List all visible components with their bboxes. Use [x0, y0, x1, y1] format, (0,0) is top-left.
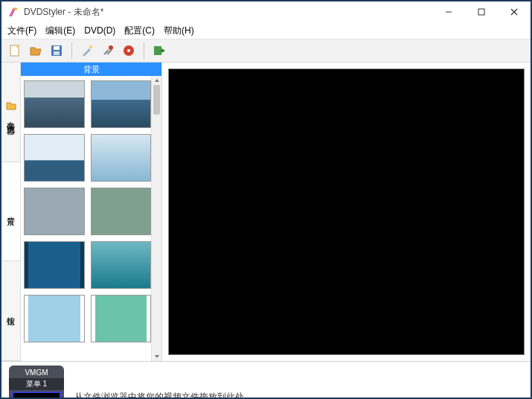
maximize-button[interactable] [465, 1, 498, 22]
background-thumbnail[interactable] [24, 295, 85, 342]
vmgm-title: VMGM [12, 368, 61, 377]
menu-dvd[interactable]: DVD(D) [84, 25, 115, 36]
close-button[interactable] [498, 1, 531, 22]
tab-file-browser[interactable]: 文件浏览器 [1, 63, 20, 162]
background-thumbnail[interactable] [24, 134, 85, 182]
background-thumbnail[interactable] [91, 295, 152, 342]
background-thumbnail[interactable] [24, 241, 85, 289]
save-button[interactable] [48, 42, 65, 60]
vmgm-menu-thumbnail[interactable] [12, 392, 61, 399]
vmgm-menu-label: 菜单 1 [9, 378, 64, 390]
settings-button[interactable] [99, 42, 117, 60]
background-thumbnail[interactable] [24, 80, 85, 128]
menu-file[interactable]: 文件(F) [7, 25, 36, 37]
run-button[interactable] [150, 42, 168, 60]
open-button[interactable] [27, 42, 45, 60]
svg-point-0 [14, 7, 17, 10]
tab-buttons[interactable]: 按钮 [1, 261, 20, 361]
background-thumbnail[interactable] [24, 188, 85, 235]
folder-icon [6, 101, 16, 112]
menu-edit[interactable]: 编辑(E) [45, 25, 75, 37]
tab-background[interactable]: 背景 [1, 162, 20, 262]
scroll-up-arrow[interactable] [152, 76, 161, 85]
tab-background-label: 背景 [5, 210, 16, 213]
tab-buttons-label: 按钮 [5, 310, 16, 313]
svg-rect-13 [154, 46, 161, 55]
preview-area [162, 63, 531, 361]
category-header[interactable]: 背景 [21, 63, 161, 76]
menu-help[interactable]: 帮助(H) [164, 25, 194, 37]
app-icon [7, 6, 19, 18]
svg-rect-7 [54, 46, 60, 50]
toolbar [1, 39, 531, 63]
background-thumbnail[interactable] [91, 188, 152, 235]
background-thumbnail[interactable] [91, 241, 152, 289]
scroll-down-arrow[interactable] [152, 352, 161, 361]
svg-point-10 [109, 45, 113, 50]
toolbar-separator [71, 42, 72, 59]
menubar: 文件(F) 编辑(E) DVD(D) 配置(C) 帮助(H) [1, 22, 531, 39]
burn-button[interactable] [120, 42, 138, 60]
minimize-button[interactable] [432, 1, 465, 22]
svg-rect-8 [54, 51, 60, 55]
window-title: DVDStyler - 未命名* [24, 6, 432, 19]
side-tabs: 文件浏览器 背景 按钮 [1, 63, 21, 361]
timeline-strip[interactable]: VMGM 菜单 1 从文件浏览器中将您的视频文件拖放到此处 [1, 361, 531, 399]
tab-file-browser-label: 文件浏览器 [5, 115, 16, 122]
svg-point-12 [127, 49, 130, 52]
background-thumbnail[interactable] [91, 80, 152, 128]
background-thumbnail[interactable] [91, 134, 152, 182]
menu-preview-canvas[interactable] [168, 68, 525, 355]
svg-rect-2 [478, 9, 484, 15]
thumbnail-panel: 背景 [21, 63, 162, 361]
toolbar-separator [144, 42, 144, 59]
menu-config[interactable]: 配置(C) [124, 25, 155, 37]
scrollbar-thumb[interactable] [153, 85, 160, 115]
wizard-button[interactable] [78, 42, 96, 60]
vmgm-block[interactable]: VMGM 菜单 1 [9, 366, 64, 399]
drop-hint-text: 从文件浏览器中将您的视频文件拖放到此处 [74, 391, 244, 399]
svg-point-9 [89, 45, 92, 48]
new-button[interactable] [6, 42, 24, 60]
thumbnail-scrollbar[interactable] [151, 76, 161, 361]
